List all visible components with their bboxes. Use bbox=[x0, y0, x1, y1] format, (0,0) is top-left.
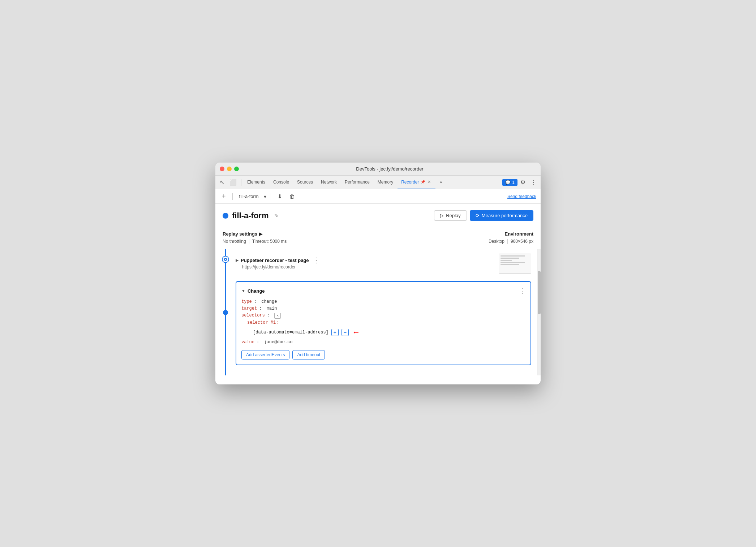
settings-separator bbox=[249, 239, 249, 244]
recorder-content: fill-a-form ✎ ▷ Replay ⟳ Measure perform… bbox=[215, 204, 541, 384]
close-button[interactable] bbox=[220, 167, 224, 171]
tab-separator-1 bbox=[241, 179, 241, 186]
change-step: ▼ Change ⋮ type: change bbox=[236, 281, 531, 365]
settings-bar: Replay settings ▶ No throttling Timeout:… bbox=[215, 226, 541, 249]
env-type: Desktop bbox=[489, 239, 504, 244]
tab-recorder-close[interactable]: ✕ bbox=[426, 179, 432, 185]
change-step-code: type: change target: main selectors: ↖ bbox=[241, 298, 525, 346]
scrollbar-thumb[interactable] bbox=[538, 271, 541, 314]
edit-name-button[interactable]: ✎ bbox=[272, 212, 281, 219]
code-key-selector-num: selector #1: bbox=[247, 319, 278, 326]
recording-title: fill-a-form bbox=[232, 211, 269, 220]
recording-name-selector[interactable]: fill-a-form bbox=[237, 193, 261, 200]
code-val-type: change bbox=[261, 298, 277, 305]
throttling-value: No throttling bbox=[223, 239, 246, 244]
add-recording-button[interactable]: + bbox=[220, 192, 228, 201]
toolbar-separator bbox=[232, 193, 233, 200]
timeline bbox=[218, 249, 233, 375]
recording-status-dot bbox=[223, 213, 228, 219]
tab-more[interactable]: » bbox=[436, 176, 446, 189]
code-selector-value: [data-automate=email-address] bbox=[253, 329, 328, 336]
code-line-selectors: selectors: ↖ bbox=[241, 312, 525, 319]
steps-container: ▶ Puppeteer recorder - test page ⋮ https… bbox=[215, 249, 537, 375]
add-asserted-events-button[interactable]: Add assertedEvents bbox=[241, 350, 289, 359]
thumb-line-4 bbox=[501, 262, 525, 263]
send-feedback-button[interactable]: Send feedback bbox=[507, 194, 536, 199]
settings-label: Replay settings bbox=[223, 231, 257, 237]
traffic-lights bbox=[220, 167, 239, 171]
tab-recorder-label: Recorder bbox=[401, 180, 419, 185]
step-thumbnail bbox=[499, 254, 531, 274]
timeline-inner-dot bbox=[224, 258, 227, 261]
tab-recorder[interactable]: Recorder 📌 ✕ bbox=[398, 176, 435, 189]
measure-label: Measure performance bbox=[482, 213, 528, 218]
change-more-button[interactable]: ⋮ bbox=[519, 287, 525, 295]
kebab-menu-icon[interactable]: ⋮ bbox=[528, 177, 538, 187]
code-key-type: type bbox=[241, 298, 252, 305]
code-val-target: main bbox=[267, 305, 277, 312]
red-arrow-indicator: ← bbox=[354, 326, 358, 339]
play-icon: ▷ bbox=[440, 213, 444, 218]
thumb-line-3 bbox=[501, 260, 512, 261]
code-colon-3: : bbox=[267, 312, 272, 319]
puppeteer-step-header[interactable]: ▶ Puppeteer recorder - test page ⋮ bbox=[236, 254, 491, 264]
timer-icon: ⟳ bbox=[476, 213, 480, 218]
tab-sources[interactable]: Sources bbox=[293, 176, 317, 189]
recorder-toolbar: + fill-a-form ▾ ⬇ 🗑 Send feedback bbox=[215, 189, 541, 204]
tab-network[interactable]: Network bbox=[317, 176, 340, 189]
recording-dropdown[interactable]: ▾ bbox=[264, 194, 266, 199]
maximize-button[interactable] bbox=[234, 167, 239, 171]
thumb-line-5 bbox=[501, 264, 519, 265]
remove-selector-button[interactable]: − bbox=[342, 329, 349, 336]
replay-label: Replay bbox=[446, 213, 460, 218]
environment-title: Environment bbox=[489, 231, 533, 237]
code-line-value: value: jane@doe.co bbox=[241, 339, 525, 346]
recording-header: fill-a-form ✎ ▷ Replay ⟳ Measure perform… bbox=[215, 204, 541, 226]
selector-picker-icon[interactable]: ↖ bbox=[274, 313, 281, 319]
minimize-button[interactable] bbox=[227, 167, 232, 171]
export-button[interactable]: ⬇ bbox=[275, 193, 284, 201]
window-title: DevTools - jec.fyi/demo/recorder bbox=[243, 166, 536, 172]
change-expand-icon[interactable]: ▼ bbox=[241, 289, 245, 293]
code-line-selector-val: [data-automate=email-address] + − ← bbox=[241, 326, 525, 339]
thumb-line-1 bbox=[501, 255, 525, 257]
environment-details: Desktop 960×546 px bbox=[489, 239, 533, 244]
cursor-icon[interactable]: ↖ bbox=[218, 177, 227, 187]
puppeteer-expand-icon[interactable]: ▶ bbox=[236, 258, 239, 263]
devtools-tab-bar: ↖ ⬜ Elements Console Sources Network Per… bbox=[215, 176, 541, 189]
code-line-type: type: change bbox=[241, 298, 525, 305]
code-key-target: target bbox=[241, 305, 257, 312]
toolbar-separator-2 bbox=[271, 193, 271, 200]
code-line-target: target: main bbox=[241, 305, 525, 312]
code-colon-1: : bbox=[254, 298, 259, 305]
settings-icon[interactable]: ⚙ bbox=[518, 177, 528, 187]
puppeteer-step: ▶ Puppeteer recorder - test page ⋮ https… bbox=[236, 254, 531, 274]
replay-settings-title: Replay settings ▶ bbox=[223, 231, 489, 237]
puppeteer-more-button[interactable]: ⋮ bbox=[311, 257, 321, 264]
timeline-dot-puppeteer bbox=[222, 256, 229, 263]
delete-button[interactable]: 🗑 bbox=[287, 193, 297, 200]
add-selector-button[interactable]: + bbox=[331, 329, 339, 336]
measure-performance-button[interactable]: ⟳ Measure performance bbox=[470, 210, 533, 221]
replay-button[interactable]: ▷ Replay bbox=[434, 210, 467, 221]
dock-icon[interactable]: ⬜ bbox=[227, 177, 239, 187]
env-separator bbox=[507, 239, 508, 244]
title-bar: DevTools - jec.fyi/demo/recorder bbox=[215, 163, 541, 176]
settings-expand-icon[interactable]: ▶ bbox=[259, 231, 262, 237]
chat-button[interactable]: 💬 1 bbox=[502, 179, 517, 186]
chat-icon: 💬 bbox=[505, 180, 511, 185]
thumbnail-content bbox=[499, 254, 531, 274]
code-key-value: value bbox=[241, 339, 254, 346]
code-line-selector-num: selector #1: bbox=[241, 319, 525, 326]
tab-console[interactable]: Console bbox=[270, 176, 293, 189]
puppeteer-step-info: ▶ Puppeteer recorder - test page ⋮ https… bbox=[236, 254, 491, 270]
code-colon-2: : bbox=[259, 305, 264, 312]
scrollbar[interactable] bbox=[537, 249, 541, 375]
change-step-header: ▼ Change ⋮ bbox=[241, 287, 525, 295]
tab-elements[interactable]: Elements bbox=[244, 176, 269, 189]
add-timeout-button[interactable]: Add timeout bbox=[292, 350, 325, 359]
tab-memory[interactable]: Memory bbox=[374, 176, 397, 189]
recorder-pin-icon: 📌 bbox=[421, 180, 425, 184]
tab-performance[interactable]: Performance bbox=[341, 176, 373, 189]
steps-scroll-content: ▶ Puppeteer recorder - test page ⋮ https… bbox=[215, 249, 537, 375]
